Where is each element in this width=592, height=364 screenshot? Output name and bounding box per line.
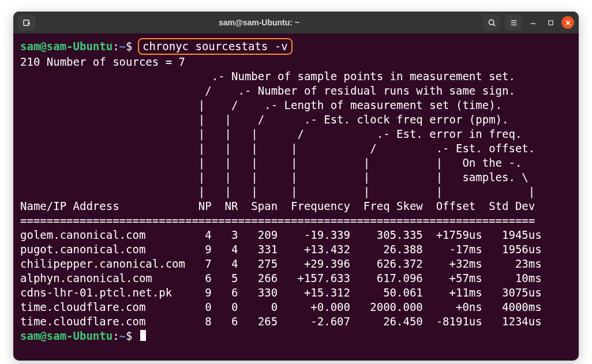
prompt-path: ~ [119, 329, 126, 342]
prompt-userhost: sam@sam-Ubuntu [20, 329, 113, 342]
close-button[interactable] [561, 16, 574, 29]
svg-line-4 [493, 24, 494, 25]
prompt-line-2: sam@sam-Ubuntu:~$ [20, 329, 575, 343]
svg-rect-0 [23, 20, 28, 25]
titlebar: sam@sam-Ubuntu: ~ [13, 12, 579, 33]
menu-button[interactable] [505, 14, 522, 31]
prompt-colon: : [113, 40, 119, 52]
command-highlight-box: chronyc sourcestats -v [138, 38, 293, 55]
cursor [140, 330, 146, 341]
prompt-path: ~ [119, 40, 126, 52]
svg-point-3 [489, 20, 493, 24]
hamburger-icon [509, 18, 518, 27]
prompt-userhost: sam@sam-Ubuntu [20, 40, 113, 52]
minimize-icon [530, 19, 537, 26]
terminal-body[interactable]: sam@sam-Ubuntu:~$ chronyc sourcestats -v… [13, 33, 579, 343]
prompt-sigil: $ [126, 329, 132, 342]
prompt-line-1: sam@sam-Ubuntu:~$ chronyc sourcestats -v [20, 38, 575, 55]
search-icon [488, 18, 496, 27]
maximize-button[interactable] [544, 16, 557, 29]
terminal-window: sam@sam-Ubuntu: ~ [13, 12, 579, 361]
command-text: chronyc sourcestats -v [143, 40, 288, 52]
svg-rect-9 [548, 20, 552, 24]
window-title: sam@sam-Ubuntu: ~ [35, 18, 483, 27]
new-tab-icon [23, 18, 31, 27]
maximize-icon [548, 20, 554, 26]
prompt-sigil: $ [126, 40, 132, 52]
prompt-colon: : [113, 329, 119, 342]
terminal-output: 210 Number of sources = 7 .- Number of s… [20, 55, 575, 329]
search-button[interactable] [483, 14, 500, 31]
new-tab-button[interactable] [18, 14, 35, 31]
minimize-button[interactable] [527, 16, 539, 29]
close-icon [565, 20, 571, 26]
